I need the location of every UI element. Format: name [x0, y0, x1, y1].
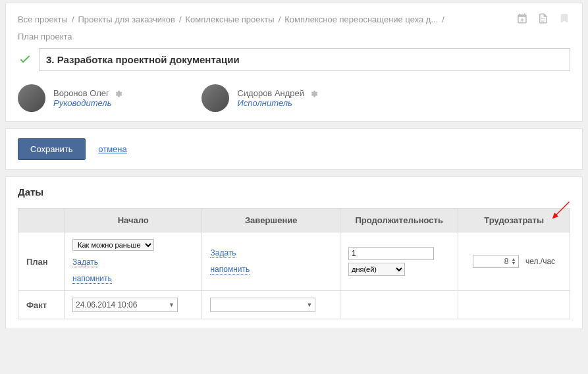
person-executor: Сидоров Андрей Исполнитель [201, 84, 317, 112]
row-plan-header: План [18, 232, 65, 291]
person-name: Воронов Олег [53, 88, 109, 98]
person-role: Исполнитель [237, 98, 317, 108]
actions-panel: Сохранить отмена [5, 128, 583, 170]
col-duration: Продолжительность [340, 209, 458, 232]
fact-start-value: 24.06.2014 10:06 [76, 300, 137, 309]
dates-table: Начало Завершение Продолжительность Труд… [18, 208, 570, 319]
avatar [201, 84, 229, 112]
col-finish: Завершение [202, 209, 340, 232]
bookmark-icon[interactable] [558, 13, 570, 26]
row-fact-header: Факт [18, 291, 65, 319]
task-title-input[interactable] [39, 48, 570, 71]
check-icon [18, 53, 32, 67]
dates-heading: Даты [18, 186, 570, 198]
row-fact: Факт 24.06.2014 10:06 ▼ ▼ [18, 291, 570, 319]
start-mode-select[interactable]: Как можно раньше [72, 239, 154, 251]
fact-start-date-combo[interactable]: 24.06.2014 10:06 ▼ [72, 298, 178, 312]
effort-unit-label: чел./час [525, 257, 555, 266]
document-icon[interactable] [537, 13, 549, 26]
remind-start-link[interactable]: напомнить [72, 274, 112, 284]
crumb-complex-projects[interactable]: Комплексные проекты [186, 14, 275, 24]
remind-finish-link[interactable]: напомнить [210, 265, 250, 275]
col-start: Начало [65, 209, 202, 232]
breadcrumb-subtitle: План проекта [18, 32, 570, 41]
person-name: Сидоров Андрей [237, 88, 304, 98]
person-leader: Воронов Олег Руководитель [18, 84, 122, 112]
col-effort: Трудозатраты [458, 209, 570, 232]
set-start-link[interactable]: Задать [72, 257, 98, 267]
avatar [18, 84, 45, 112]
crumb-current-project[interactable]: Комплексное переоснащение цеха д... [284, 14, 438, 24]
set-finish-link[interactable]: Задать [210, 248, 236, 258]
crumb-client-projects[interactable]: Проекты для заказчиков [78, 14, 175, 24]
chevron-down-icon: ▼ [307, 302, 313, 308]
duration-input[interactable] [348, 247, 434, 260]
people-row: Воронов Олег Руководитель Сидоров Андрей… [18, 84, 570, 112]
dates-panel: Даты Начало Завершение Продолжительность… [5, 176, 583, 329]
gear-icon[interactable] [309, 90, 318, 98]
cancel-link[interactable]: отмена [98, 144, 126, 154]
duration-unit-select[interactable]: дня(ей) [348, 263, 405, 276]
calendar-add-icon[interactable] [516, 13, 528, 26]
crumb-all-projects[interactable]: Все проекты [18, 14, 68, 24]
chevron-down-icon: ▼ [169, 302, 174, 308]
breadcrumb: Все проекты / Проекты для заказчиков / К… [18, 13, 570, 26]
effort-spinner[interactable]: 8 ▲▼ [473, 255, 519, 268]
gear-icon[interactable] [114, 90, 122, 98]
row-plan: План Как можно раньше Задать напомнить З… [18, 232, 570, 291]
fact-finish-date-combo[interactable]: ▼ [210, 298, 315, 312]
header-panel: Все проекты / Проекты для заказчиков / К… [5, 3, 583, 122]
person-role: Руководитель [53, 98, 122, 108]
save-button[interactable]: Сохранить [18, 138, 86, 160]
effort-value: 8 [504, 257, 509, 266]
